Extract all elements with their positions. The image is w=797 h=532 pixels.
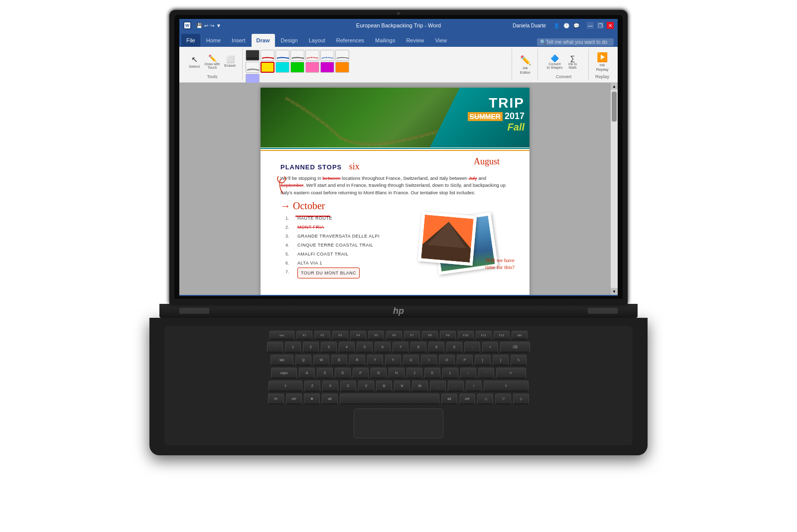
customize-icon[interactable]: ▼ (216, 23, 221, 28)
key-semicolon[interactable]: ; (460, 368, 476, 379)
key-lbracket[interactable]: [ (475, 355, 491, 366)
redo-icon[interactable]: ↪ (210, 23, 214, 28)
key-7[interactable]: 7 (393, 342, 408, 353)
key-quote[interactable]: ' (478, 368, 494, 379)
history-icon[interactable]: 🕐 (563, 22, 570, 29)
key-e[interactable]: E (331, 355, 347, 366)
ink-editor-btn[interactable]: ✏️ InkEditor (518, 50, 533, 79)
key-slash[interactable]: / (466, 381, 482, 392)
key-b[interactable]: B (376, 381, 392, 392)
key-lshift[interactable]: ⇧ (268, 381, 302, 392)
tab-layout[interactable]: Layout (304, 34, 330, 47)
key-w[interactable]: W (313, 355, 329, 366)
key-3[interactable]: 3 (321, 342, 337, 353)
key-rctrl[interactable]: ctrl (459, 394, 475, 404)
key-ralt[interactable]: alt (441, 394, 457, 404)
comments-icon[interactable]: 💬 (573, 22, 580, 29)
key-f10[interactable]: F10 (458, 331, 474, 340)
key-f[interactable]: F (353, 368, 369, 379)
key-9[interactable]: 9 (428, 342, 444, 353)
key-backtick[interactable]: ` (267, 342, 283, 353)
undo-icon[interactable]: ↩ (204, 23, 208, 28)
key-f2[interactable]: F2 (314, 331, 330, 340)
restore-btn[interactable]: ❐ (597, 22, 604, 29)
key-down[interactable]: ▽ (495, 394, 511, 404)
key-l[interactable]: L (442, 368, 458, 379)
key-p[interactable]: P (457, 355, 473, 366)
key-rshift[interactable]: ⇧ (484, 381, 529, 392)
pen-swatch-2[interactable] (261, 50, 274, 61)
key-rbracket[interactable]: ] (493, 355, 509, 366)
pen-swatch-6[interactable] (320, 50, 334, 61)
key-minus[interactable]: - (464, 342, 480, 353)
key-f6[interactable]: F6 (386, 331, 402, 340)
key-x[interactable]: X (322, 381, 338, 392)
key-win[interactable]: ❖ (304, 394, 320, 404)
vertical-scrollbar[interactable]: ▲ ▼ (611, 83, 618, 295)
key-f8[interactable]: F8 (422, 331, 438, 340)
tab-review[interactable]: Review (401, 34, 429, 47)
scroll-thumb-v[interactable] (612, 92, 617, 122)
key-t[interactable]: T (367, 355, 383, 366)
tab-references[interactable]: References (331, 34, 369, 47)
key-esc[interactable]: esc (269, 331, 294, 340)
key-f4[interactable]: F4 (350, 331, 366, 340)
key-fn[interactable]: fn (268, 394, 284, 404)
key-space[interactable] (340, 394, 439, 404)
key-2[interactable]: 2 (303, 342, 319, 353)
minimize-btn[interactable]: — (587, 22, 594, 29)
key-g[interactable]: G (371, 368, 387, 379)
key-0[interactable]: 0 (446, 342, 462, 353)
key-i[interactable]: I (421, 355, 437, 366)
share-icon[interactable]: 👤 (553, 22, 560, 29)
key-8[interactable]: 8 (410, 342, 426, 353)
key-f7[interactable]: F7 (404, 331, 420, 340)
doc-scroll[interactable]: TRIP SUMMER 2017 Fall (179, 83, 611, 295)
pen-swatch-7[interactable] (335, 50, 349, 61)
key-u[interactable]: U (403, 355, 419, 366)
key-o[interactable]: O (439, 355, 455, 366)
pen-swatch-12[interactable] (305, 62, 319, 73)
key-f12[interactable]: F12 (494, 331, 510, 340)
pen-swatch-8[interactable] (246, 62, 260, 73)
key-tab[interactable]: tab (270, 355, 293, 366)
pen-swatch-3[interactable] (275, 50, 289, 61)
key-f5[interactable]: F5 (368, 331, 384, 340)
key-j[interactable]: J (406, 368, 422, 379)
key-m[interactable]: M (412, 381, 428, 392)
key-f1[interactable]: F1 (296, 331, 312, 340)
key-y[interactable]: Y (385, 355, 401, 366)
scroll-up-btn[interactable]: ▲ (611, 83, 618, 90)
tab-file[interactable]: File (181, 34, 200, 47)
convert-to-shapes-btn[interactable]: 🔷 Convertto Shapes (547, 55, 563, 69)
tab-draw[interactable]: Draw (252, 34, 275, 47)
key-lalt[interactable]: alt (322, 394, 338, 404)
key-enter[interactable]: ↵ (496, 368, 526, 379)
scroll-down-btn[interactable]: ▼ (611, 288, 618, 295)
key-backslash[interactable]: \\ (511, 355, 527, 366)
key-left[interactable]: ◁ (477, 394, 493, 404)
pen-swatch-13[interactable] (320, 62, 334, 73)
tab-insert[interactable]: Insert (227, 34, 251, 47)
key-q[interactable]: Q (295, 355, 311, 366)
key-n[interactable]: N (394, 381, 410, 392)
ink-replay-btn[interactable]: ▶️ InkReplay (594, 50, 610, 73)
key-period[interactable]: . (448, 381, 464, 392)
key-equals[interactable]: = (482, 342, 498, 353)
key-v[interactable]: V (358, 381, 374, 392)
key-f9[interactable]: F9 (440, 331, 456, 340)
key-r[interactable]: R (349, 355, 365, 366)
eraser-btn[interactable]: ⬜ Eraser (222, 55, 238, 69)
key-lctrl[interactable]: ctrl (286, 394, 302, 404)
key-comma[interactable]: , (430, 381, 446, 392)
key-f3[interactable]: F3 (332, 331, 348, 340)
pen-swatch-14[interactable] (335, 62, 349, 73)
pen-swatch-11[interactable] (290, 62, 304, 73)
key-6[interactable]: 6 (375, 342, 391, 353)
key-a[interactable]: A (299, 368, 315, 379)
key-f11[interactable]: F11 (476, 331, 492, 340)
key-1[interactable]: 1 (285, 342, 301, 353)
tab-home[interactable]: Home (201, 34, 226, 47)
ribbon-search-input[interactable] (546, 39, 611, 45)
key-backspace[interactable]: ⌫ (500, 342, 530, 353)
